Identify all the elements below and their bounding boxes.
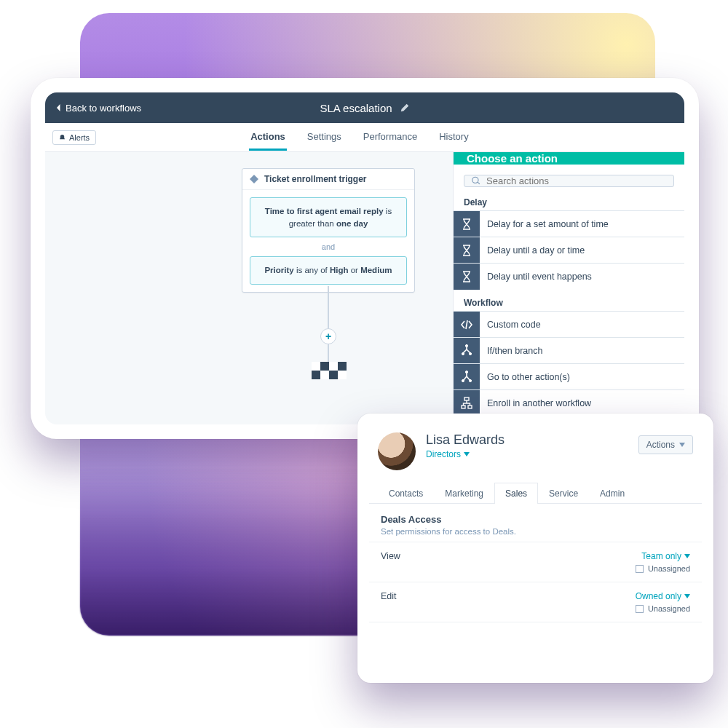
bell-icon xyxy=(59,134,66,141)
add-action-node[interactable]: + xyxy=(320,328,336,344)
back-label: Back to workflows xyxy=(66,103,141,114)
choose-action-panel: Choose an action Delay Delay for a set a… xyxy=(453,152,684,424)
search-icon xyxy=(472,176,480,186)
user-name: Lisa Edwards xyxy=(426,432,628,448)
checkbox-icon xyxy=(636,565,644,573)
action-delay-day[interactable]: Delay until a day or time xyxy=(454,237,684,263)
svg-point-4 xyxy=(462,379,464,381)
tab-actions[interactable]: Actions xyxy=(249,124,287,151)
edit-label: Edit xyxy=(381,591,397,601)
edit-icon xyxy=(400,103,410,113)
tab-settings[interactable]: Settings xyxy=(306,124,343,151)
svg-rect-7 xyxy=(462,405,465,408)
action-delay-event[interactable]: Delay until event happens xyxy=(454,263,684,289)
search-actions-input[interactable] xyxy=(486,175,666,186)
workflow-icon xyxy=(460,397,473,410)
workflow-topbar: Back to workflows SLA escalation xyxy=(45,92,684,123)
diamond-icon xyxy=(250,175,258,183)
section-title: Deals Access xyxy=(381,514,690,525)
cond2-val-a: High xyxy=(330,266,349,274)
unassigned-label: Unassigned xyxy=(648,604,690,613)
action-label: Delay until event happens xyxy=(487,272,592,282)
workflow-subbar: Alerts Actions Settings Performance Hist… xyxy=(45,123,684,152)
perm-row-edit: Edit Owned only Unassigned xyxy=(369,582,702,622)
view-scope-label: Team only xyxy=(641,551,681,561)
role-label: Directors xyxy=(426,449,461,459)
tab-history[interactable]: History xyxy=(438,124,470,151)
action-custom-code[interactable]: Custom code xyxy=(454,311,684,337)
trigger-condition-1[interactable]: Time to first agent email reply is great… xyxy=(250,197,407,237)
trigger-header-label: Ticket enrollment trigger xyxy=(264,174,366,184)
action-delay-amount[interactable]: Delay for a set amount of time xyxy=(454,210,684,237)
action-label: Custom code xyxy=(487,320,541,330)
workflow-title: SLA escalation xyxy=(320,102,392,114)
action-label: Enroll in another workflow xyxy=(487,398,591,408)
view-unassigned-check[interactable]: Unassigned xyxy=(636,564,690,573)
svg-rect-8 xyxy=(468,405,472,408)
hourglass-icon xyxy=(460,218,473,231)
workflow-canvas: Ticket enrollment trigger Time to first … xyxy=(45,152,684,424)
cond1-field: Time to first agent email reply xyxy=(265,207,384,215)
actions-label: Actions xyxy=(646,440,675,450)
svg-point-2 xyxy=(469,352,471,355)
tab-marketing[interactable]: Marketing xyxy=(434,483,494,504)
hourglass-icon xyxy=(460,244,473,257)
chevron-down-icon xyxy=(679,443,685,447)
user-role[interactable]: Directors xyxy=(426,449,628,459)
unassigned-label: Unassigned xyxy=(648,564,690,573)
alerts-button[interactable]: Alerts xyxy=(52,130,96,145)
tab-admin[interactable]: Admin xyxy=(589,483,636,504)
tab-sales[interactable]: Sales xyxy=(494,483,538,504)
merge-icon xyxy=(460,371,473,384)
choose-action-title: Choose an action xyxy=(454,152,684,165)
action-enroll[interactable]: Enroll in another workflow xyxy=(454,389,684,416)
trigger-header: Ticket enrollment trigger xyxy=(242,169,414,190)
tab-performance[interactable]: Performance xyxy=(362,124,419,151)
edit-scope-label: Owned only xyxy=(636,591,681,601)
edit-scope-select[interactable]: Owned only xyxy=(636,591,690,601)
workflow-window: Back to workflows SLA escalation Alerts … xyxy=(31,78,699,439)
permissions-tabs: Contacts Marketing Sales Service Admin xyxy=(369,482,702,504)
action-label: Go to other action(s) xyxy=(487,372,570,382)
trigger-body: Time to first agent email reply is great… xyxy=(242,190,414,292)
group-delay-label: Delay xyxy=(454,194,684,210)
svg-point-0 xyxy=(465,344,467,347)
cond2-field: Priority xyxy=(264,266,293,274)
workflow-tabs: Actions Settings Performance History xyxy=(249,124,470,151)
permissions-window: Lisa Edwards Directors Actions Contacts … xyxy=(357,414,713,683)
section-desc: Set permissions for access to Deals. xyxy=(381,527,690,536)
deals-access-section: Deals Access Set permissions for access … xyxy=(369,504,702,542)
trigger-card[interactable]: Ticket enrollment trigger Time to first … xyxy=(242,168,415,293)
chevron-down-icon xyxy=(684,554,690,558)
code-icon xyxy=(460,318,473,331)
avatar xyxy=(378,432,416,470)
chevron-down-icon xyxy=(464,452,470,456)
cond1-value: one day xyxy=(336,219,368,228)
cond2-or: or xyxy=(351,266,358,274)
chevron-down-icon xyxy=(684,594,690,598)
edit-unassigned-check[interactable]: Unassigned xyxy=(636,604,690,613)
checkbox-icon xyxy=(636,605,644,613)
user-actions-button[interactable]: Actions xyxy=(638,435,693,454)
connector-line-2 xyxy=(328,344,329,362)
connector-line xyxy=(328,286,329,328)
action-ifthen[interactable]: If/then branch xyxy=(454,337,684,363)
permissions-header: Lisa Edwards Directors Actions xyxy=(369,425,702,482)
svg-point-3 xyxy=(465,371,467,373)
action-label: Delay until a day or time xyxy=(487,245,585,256)
action-label: If/then branch xyxy=(487,346,542,356)
hourglass-icon xyxy=(460,270,473,283)
tab-contacts[interactable]: Contacts xyxy=(378,483,434,504)
finish-flag-icon xyxy=(312,362,347,379)
cond2-op: is any of xyxy=(296,266,328,274)
branch-icon xyxy=(460,344,473,357)
view-label: View xyxy=(381,551,400,561)
action-goto[interactable]: Go to other action(s) xyxy=(454,363,684,389)
trigger-condition-2[interactable]: Priority is any of High or Medium xyxy=(250,256,407,285)
back-to-workflows[interactable]: Back to workflows xyxy=(55,103,141,114)
view-scope-select[interactable]: Team only xyxy=(636,551,690,561)
search-actions[interactable] xyxy=(464,175,674,187)
tab-service[interactable]: Service xyxy=(538,483,589,504)
svg-point-5 xyxy=(469,379,471,381)
svg-point-1 xyxy=(462,352,464,355)
